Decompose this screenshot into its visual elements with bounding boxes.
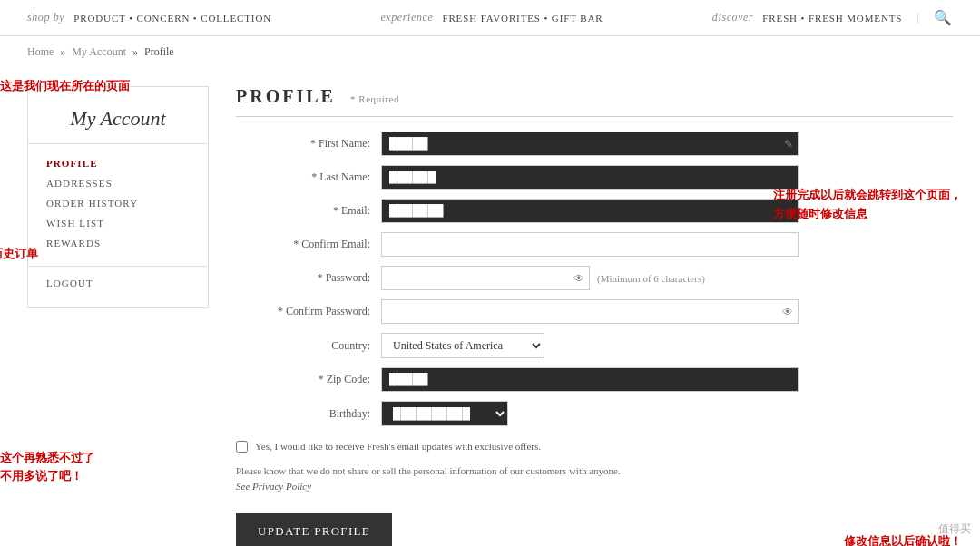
password-row: * Password: 👁 (Minimum of 6 characters) — [236, 266, 799, 290]
eye-icon-2[interactable]: 👁 — [782, 305, 793, 318]
password-input-wrap: 👁 — [381, 266, 590, 290]
search-icon[interactable]: 🔍 — [934, 9, 953, 26]
annotation-3: 这个再熟悉不过了 不用多说了吧！ — [0, 449, 94, 484]
last-name-row: * Last Name: — [236, 165, 799, 190]
password-label: * Password: — [236, 271, 381, 285]
email-input-wrap — [381, 199, 799, 223]
email-optin-checkbox[interactable] — [236, 441, 248, 453]
zip-input-wrap — [381, 367, 799, 392]
birthday-select[interactable]: ██████████ January February March — [381, 401, 508, 426]
email-input[interactable] — [381, 199, 799, 223]
shopby-section: shop by PRODUCT • CONCERN • COLLECTION — [27, 11, 271, 24]
first-name-input-wrap: ✎ — [381, 132, 799, 156]
discover-items: FRESH • FRESH MOMENTS — [762, 13, 902, 24]
sidebar-menu: PROFILE ADDRESSES ORDER HISTORY WISH LIS… — [28, 153, 208, 293]
birthday-select-wrap: ██████████ January February March — [381, 401, 508, 426]
sidebar-item-order-history[interactable]: ORDER HISTORY — [28, 193, 208, 213]
required-note: * Required — [350, 93, 399, 104]
sidebar-item-rewards[interactable]: REWARDS — [28, 233, 208, 253]
country-select[interactable]: United States of America Canada United K… — [381, 333, 544, 358]
email-row: * Email: — [236, 199, 799, 223]
email-optin-label: Yes, I would like to receive Fresh's ema… — [255, 439, 541, 454]
privacy-policy-link[interactable]: See Privacy Policy — [236, 481, 311, 492]
password-input-group: 👁 (Minimum of 6 characters) — [381, 266, 705, 290]
sidebar-item-wish-list[interactable]: WISH LIST — [28, 213, 208, 233]
first-name-input[interactable] — [381, 132, 799, 156]
first-name-label: * First Name: — [236, 137, 381, 151]
experience-label: experience — [380, 11, 433, 24]
annotation-4: 注册完成以后就会跳转到这个页面， 方便随时修改信息 — [773, 186, 962, 224]
main-container: 这是我们现在所在的页面 历史订单 这个再熟悉不过了 不用多说了吧！ My Acc… — [0, 68, 980, 546]
sidebar-item-profile[interactable]: PROFILE — [28, 153, 208, 173]
experience-items: FRESH FAVORITES • GIFT BAR — [442, 13, 603, 24]
confirm-password-label: * Confirm Password: — [236, 305, 381, 318]
sidebar-item-addresses[interactable]: ADDRESSES — [28, 173, 208, 193]
birthday-row: Birthday: ██████████ January February Ma… — [236, 401, 799, 426]
confirm-password-input-wrap: 👁 — [381, 299, 799, 324]
birthday-label: Birthday: — [236, 407, 381, 421]
eye-icon[interactable]: 👁 — [573, 271, 584, 285]
confirm-email-row: * Confirm Email: — [236, 232, 799, 257]
email-label: * Email: — [236, 204, 381, 218]
page-title: PROFILE * Required — [236, 86, 953, 117]
country-label: Country: — [236, 339, 381, 353]
shopby-label: shop by — [27, 11, 64, 24]
experience-section: experience FRESH FAVORITES • GIFT BAR — [380, 11, 603, 24]
zip-input[interactable] — [381, 367, 799, 392]
breadcrumb-sep1: » — [60, 45, 68, 58]
password-hint: (Minimum of 6 characters) — [597, 273, 705, 284]
sidebar-item-logout[interactable]: LOGOUT — [28, 266, 208, 293]
password-input[interactable] — [381, 266, 590, 290]
confirm-email-input-wrap — [381, 232, 799, 257]
last-name-input[interactable] — [381, 165, 799, 190]
email-optin-row: Yes, I would like to receive Fresh's ema… — [236, 439, 799, 454]
edit-icon: ✎ — [784, 137, 793, 151]
breadcrumb-home[interactable]: Home — [27, 45, 54, 58]
country-select-wrap: United States of America Canada United K… — [381, 333, 544, 358]
privacy-notice: Please know that we do not share or sell… — [236, 463, 799, 495]
zip-row: * Zip Code: — [236, 367, 799, 392]
sidebar: My Account PROFILE ADDRESSES ORDER HISTO… — [27, 86, 209, 308]
profile-form: * First Name: ✎ * Last Name: * Email: — [236, 132, 799, 546]
last-name-input-wrap — [381, 165, 799, 190]
first-name-row: * First Name: ✎ — [236, 132, 799, 156]
shopby-items: PRODUCT • CONCERN • COLLECTION — [74, 13, 271, 24]
discover-section: discover FRESH • FRESH MOMENTS | 🔍 — [712, 9, 953, 26]
zip-label: * Zip Code: — [236, 373, 381, 386]
confirm-email-label: * Confirm Email: — [236, 238, 381, 251]
breadcrumb: Home » My Account » Profile — [0, 36, 980, 68]
discover-label: discover — [712, 11, 753, 24]
nav-divider: | — [916, 11, 919, 24]
confirm-email-input[interactable] — [381, 232, 799, 257]
country-row: Country: United States of America Canada… — [236, 333, 799, 358]
confirm-password-input[interactable] — [381, 299, 799, 324]
top-navigation: shop by PRODUCT • CONCERN • COLLECTION e… — [0, 0, 980, 36]
sidebar-title: My Account — [28, 102, 208, 144]
watermark: 值得买 — [938, 522, 971, 537]
update-profile-button[interactable]: UPDATE PROFILE — [236, 513, 392, 546]
confirm-password-row: * Confirm Password: 👁 — [236, 299, 799, 324]
breadcrumb-current: Profile — [144, 45, 174, 58]
breadcrumb-sep2: » — [132, 45, 141, 58]
profile-content: PROFILE * Required * First Name: ✎ * Las… — [236, 86, 953, 546]
breadcrumb-myaccount[interactable]: My Account — [72, 45, 126, 58]
last-name-label: * Last Name: — [236, 171, 381, 184]
